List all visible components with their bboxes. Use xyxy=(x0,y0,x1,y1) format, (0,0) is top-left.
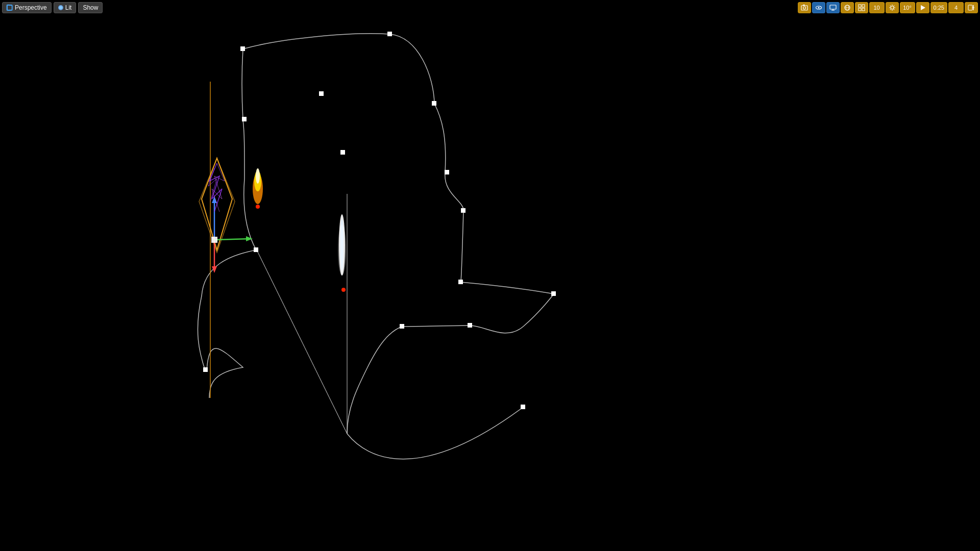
camera-icon-btn[interactable] xyxy=(798,2,811,13)
svg-marker-46 xyxy=(202,158,232,250)
svg-line-28 xyxy=(257,250,347,434)
svg-rect-5 xyxy=(830,5,836,9)
show-label: Show xyxy=(83,4,98,11)
svg-point-57 xyxy=(256,168,260,184)
svg-rect-38 xyxy=(461,208,465,213)
svg-point-15 xyxy=(891,6,894,9)
sun-icon-btn[interactable] xyxy=(886,2,899,13)
svg-rect-41 xyxy=(400,324,404,329)
svg-rect-44 xyxy=(521,405,525,409)
sphere-icon-btn[interactable] xyxy=(841,2,854,13)
svg-rect-31 xyxy=(387,32,392,36)
perspective-label: Perspective xyxy=(15,4,47,11)
svg-rect-13 xyxy=(859,8,861,11)
time-025-label: 0:25 xyxy=(934,5,944,11)
svg-marker-53 xyxy=(212,266,217,273)
svg-point-60 xyxy=(340,219,344,270)
svg-rect-14 xyxy=(862,8,865,11)
lit-label: Lit xyxy=(65,4,72,11)
svg-rect-30 xyxy=(240,46,245,51)
svg-rect-25 xyxy=(968,5,972,10)
svg-rect-43 xyxy=(203,367,208,372)
svg-point-4 xyxy=(818,7,819,9)
play-icon-btn[interactable] xyxy=(916,2,929,13)
svg-marker-51 xyxy=(246,236,253,241)
svg-rect-34 xyxy=(432,101,436,106)
svg-rect-11 xyxy=(859,5,861,7)
angle-10-label: 10 xyxy=(873,5,879,11)
svg-rect-37 xyxy=(445,170,449,174)
show-button[interactable]: Show xyxy=(78,2,103,13)
angle-10deg-label: 10° xyxy=(903,5,912,11)
svg-rect-2 xyxy=(803,5,805,6)
svg-point-62 xyxy=(341,288,346,292)
eye-icon-btn[interactable] xyxy=(812,2,825,13)
svg-line-50 xyxy=(214,239,250,240)
svg-line-22 xyxy=(893,6,894,6)
time-025-btn[interactable]: 0:25 xyxy=(930,2,947,13)
display-icon-btn[interactable] xyxy=(826,2,840,13)
svg-rect-32 xyxy=(242,117,247,121)
svg-marker-47 xyxy=(199,158,235,253)
svg-point-56 xyxy=(254,171,261,191)
lit-icon xyxy=(58,5,63,10)
svg-rect-12 xyxy=(862,5,865,7)
svg-rect-39 xyxy=(458,280,463,284)
svg-rect-40 xyxy=(551,291,556,296)
svg-rect-54 xyxy=(211,237,217,243)
grid-icon-btn[interactable] xyxy=(855,2,868,13)
count-4-btn[interactable]: 4 xyxy=(948,2,964,13)
spline-overlay xyxy=(0,0,980,551)
svg-marker-49 xyxy=(212,196,217,203)
svg-line-23 xyxy=(890,9,890,10)
svg-rect-0 xyxy=(801,6,807,10)
svg-line-20 xyxy=(890,6,890,6)
svg-point-61 xyxy=(338,224,346,276)
svg-point-1 xyxy=(803,7,805,9)
angle-10deg-btn[interactable]: 10° xyxy=(900,2,915,13)
lit-button[interactable]: Lit xyxy=(54,2,77,13)
perspective-button[interactable]: Perspective xyxy=(2,2,52,13)
svg-rect-42 xyxy=(468,323,472,328)
svg-line-21 xyxy=(893,9,894,10)
svg-rect-33 xyxy=(319,91,324,96)
toolbar-right: 10 10° 0:25 4 xyxy=(798,0,980,15)
svg-point-58 xyxy=(256,205,260,209)
last-icon-btn[interactable] xyxy=(965,2,978,13)
svg-rect-35 xyxy=(340,150,345,155)
svg-point-55 xyxy=(253,173,263,204)
count-4-label: 4 xyxy=(954,5,958,11)
perspective-icon xyxy=(7,5,13,11)
svg-point-59 xyxy=(339,214,345,276)
svg-marker-24 xyxy=(921,5,925,10)
angle-10-btn[interactable]: 10 xyxy=(869,2,885,13)
svg-rect-36 xyxy=(254,247,258,252)
toolbar: Perspective Lit Show xyxy=(0,0,980,15)
